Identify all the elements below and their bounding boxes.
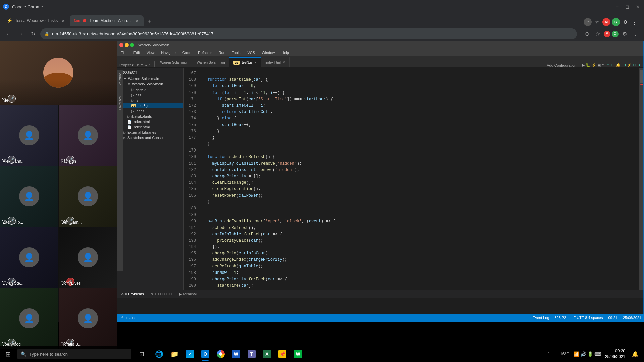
menu-help[interactable]: Help <box>280 50 290 55</box>
tree-item-ideas[interactable]: ▷ ideas <box>117 108 183 114</box>
ide-tab-warren[interactable]: Warren-Solar-main <box>156 57 193 67</box>
tree-item-scratches[interactable]: ▷ Scratches and Consoles <box>117 135 183 140</box>
add-configuration[interactable]: Add Configuration... <box>547 63 579 67</box>
tree-item-js[interactable]: ▷ js <box>117 98 183 103</box>
tree-item-index2[interactable]: 📄 index.html <box>117 124 183 130</box>
outlook-icon: Ο <box>201 350 209 358</box>
menu-file[interactable]: File <box>119 50 128 55</box>
tree-item-jkatsik[interactable]: ▷ jkatsikofunts <box>117 114 183 119</box>
tab-close-tasks[interactable]: ✕ <box>60 18 66 23</box>
menu-refactor[interactable]: Refactor <box>197 50 213 55</box>
ide-tab-index[interactable]: index.html ✕ <box>261 57 290 67</box>
tree-arrow-css: ▷ <box>131 93 134 97</box>
bookmark-icon[interactable]: ☆ <box>593 18 601 26</box>
taskbar-webex-icon[interactable]: W <box>290 347 305 361</box>
taskbar-sticky-icon[interactable]: 📌 <box>275 347 290 361</box>
taskbar-outlook-icon[interactable]: Ο <box>198 347 213 361</box>
tree-item-warren-main[interactable]: ▼ Warren-Solar-main <box>117 76 183 81</box>
extension-icon[interactable]: G <box>612 18 620 26</box>
bookmark-action[interactable]: ☆ <box>593 29 602 39</box>
menu-vcs[interactable]: VCS <box>246 50 257 55</box>
minimize-button[interactable]: − <box>614 3 620 11</box>
network-icon[interactable]: 📶 <box>573 351 579 357</box>
clock-widget[interactable]: 09:20 25/06/2021 <box>602 348 628 360</box>
forward-button[interactable]: → <box>16 29 25 39</box>
tab-team-meeting[interactable]: 3cx Team Meeting - Aligned Sci... ✕ <box>70 15 144 26</box>
structure-tab[interactable]: Structure <box>118 73 122 87</box>
code-lines[interactable]: function startTime(car) { let startHour … <box>199 68 639 290</box>
ext-action[interactable]: G <box>612 31 619 37</box>
favorites-tab[interactable]: Favorites <box>118 96 122 110</box>
panel-tab-problems[interactable]: ⚠ 0 Problems <box>119 291 145 297</box>
taskbar-todo-icon[interactable]: ✓ <box>182 347 197 361</box>
weather-widget[interactable]: 🌤 16°C <box>551 351 572 357</box>
ide-tab-close-3[interactable]: ✕ <box>283 61 285 64</box>
menu-view[interactable]: View <box>145 50 156 55</box>
menu-edit[interactable]: Edit <box>132 50 141 55</box>
cast-icon[interactable]: ⊙ <box>584 18 592 26</box>
tree-item-index1[interactable]: 📄 index.html <box>117 119 183 124</box>
taskbar-edge-icon[interactable]: 🌐 <box>152 347 166 361</box>
taskbar-word-icon[interactable]: W <box>229 347 244 361</box>
panel-tab-terminal[interactable]: ▶ Terminal <box>178 291 198 297</box>
menu-tools[interactable]: Tools <box>231 50 242 55</box>
ide-tab-warren2[interactable]: Warren-Solar-main <box>193 57 229 67</box>
settings-icon[interactable]: ⚙ <box>621 18 629 26</box>
ide-minimize-button[interactable] <box>125 43 129 47</box>
ide-maximize-button[interactable] <box>130 43 134 47</box>
menu-icon[interactable]: ⋮ <box>631 18 639 26</box>
start-button[interactable]: ⊞ <box>0 346 16 362</box>
menu-run[interactable]: Run <box>217 50 227 55</box>
settings-action[interactable]: ⚙ <box>620 29 629 39</box>
taskbar-excel-icon[interactable]: X <box>260 347 274 361</box>
menu-window[interactable]: Window <box>260 50 276 55</box>
gmail-icon[interactable]: M <box>602 18 610 26</box>
reload-button[interactable]: ↻ <box>28 29 38 39</box>
cast-action[interactable]: ⊙ <box>582 29 592 39</box>
gmail-action[interactable]: M <box>604 31 610 37</box>
address-bar[interactable]: 🔒 nm-14550-uk.3cx.net/webrtc/open/34dfbd… <box>40 28 577 39</box>
task-view-button[interactable]: ⊡ <box>134 347 149 361</box>
tree-item-assets[interactable]: ▷ assets <box>117 87 183 92</box>
taskbar-file-explorer-icon[interactable]: 📁 <box>167 347 182 361</box>
tree-item-test3[interactable]: JS test3.js <box>117 103 183 108</box>
taskbar-chrome-icon[interactable] <box>213 347 228 361</box>
tab-tessa-tasks[interactable]: ⚡ Tessa Woodrow's Tasks ✕ <box>3 15 70 26</box>
keyboard-icon[interactable]: ⌨ <box>594 351 601 357</box>
me-mic-button[interactable]: 🎤 <box>8 95 16 103</box>
address-bar-row: ← → ↻ 🔒 nm-14550-uk.3cx.net/webrtc/open/… <box>0 26 644 41</box>
menu-navigate[interactable]: Navigate <box>160 50 177 55</box>
volume-icon[interactable]: 🔊 <box>580 351 586 357</box>
ide-close-button[interactable] <box>119 43 123 47</box>
ide-status-bar: ⎇ main Event Log 325:22 LF UTF-8 4 space… <box>117 314 644 322</box>
menu-code[interactable]: Code <box>181 50 193 55</box>
project-label[interactable]: Project ▾ <box>119 63 134 67</box>
back-button[interactable]: ← <box>4 29 13 39</box>
battery-icon[interactable]: 🔋 <box>587 351 593 357</box>
tree-item-warren-sub[interactable]: ▼ Warren-Solar-main <box>117 81 183 87</box>
tree-item-css[interactable]: ▷ css <box>117 92 183 98</box>
system-tray: ^ 🌤 16°C 📶 🔊 🔋 ⌨ 09:20 25/06/2021 🔔 <box>545 348 644 360</box>
tree-label-index1: index.html <box>133 120 150 124</box>
ide-tab-test3[interactable]: JS test3.js ✕ <box>229 57 262 67</box>
window-controls[interactable]: − ◻ ✕ <box>614 3 641 11</box>
video-grid: 🎤 Me 👤 🎤 Alex Cann... <box>0 41 117 289</box>
ide-tab-close-active[interactable]: ✕ <box>254 61 257 64</box>
maximize-button[interactable]: ◻ <box>624 3 631 11</box>
tab-bar: ⚡ Tessa Woodrow's Tasks ✕ 3cx Team Meeti… <box>0 13 644 26</box>
notification-icon[interactable]: 🔔 <box>629 351 641 357</box>
sys-tray-expand[interactable]: ^ <box>547 352 549 356</box>
event-log[interactable]: Event Log <box>533 316 549 320</box>
taskbar-app-icons: 🌐 📁 ✓ Ο W T X 📌 W <box>152 347 305 361</box>
panel-tab-todo[interactable]: ✎ 100 TODO <box>149 291 174 297</box>
code-editor[interactable]: 167168169170 171172173174 175176177 1791… <box>184 68 644 290</box>
ide-panel-tabs: ⚠ 0 Problems ✎ 100 TODO ▶ Terminal <box>117 290 644 298</box>
close-button[interactable]: ✕ <box>635 3 641 11</box>
new-tab-button[interactable]: + <box>145 17 154 26</box>
tab-close-meeting[interactable]: ✕ <box>134 18 140 23</box>
taskbar-teams-icon[interactable]: T <box>244 347 259 361</box>
more-action[interactable]: ⋮ <box>631 29 640 39</box>
kayleigh-label: kayleigh <box>61 159 76 164</box>
taskbar-search[interactable]: 🔍 Type here to search <box>17 349 131 359</box>
tree-item-ext-libs[interactable]: ▷ External Libraries <box>117 130 183 135</box>
